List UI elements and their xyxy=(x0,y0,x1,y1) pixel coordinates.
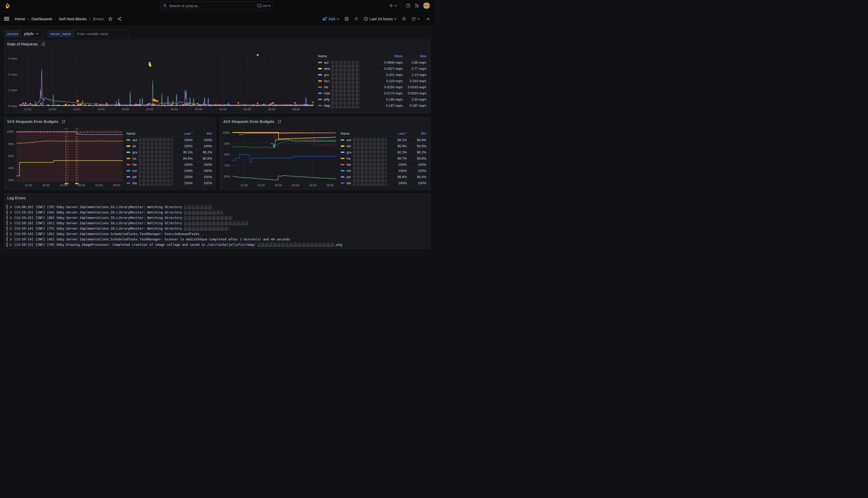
log-row-4[interactable]: [13:59:14] [INF] [75] Emby.Server.Implem… xyxy=(7,226,430,231)
log-row-5[interactable]: [13:59:14] [INF] [45] Emby.Server.Implem… xyxy=(7,231,430,237)
log-row-6[interactable]: [13:59:14] [INF] [45] Emby.Server.Implem… xyxy=(7,237,430,242)
refresh-button[interactable] xyxy=(411,17,420,21)
variable-server_name: server_name xyxy=(47,30,129,38)
legend-header-name[interactable]: Name xyxy=(340,132,383,135)
4xx-error-budgets-chart[interactable]: 60%70%80%90%100%12:0016:0020:0000:0004:0… xyxy=(220,126,339,189)
time-range-picker[interactable]: Last 24 hours xyxy=(364,17,397,21)
svg-text:00:00: 00:00 xyxy=(292,184,299,187)
legend-header-mean[interactable]: Mean xyxy=(372,54,403,58)
log-row-0[interactable]: [14:00:10] [INF] [70] Emby.Server.Implem… xyxy=(7,204,430,210)
expand-chevron-icon[interactable] xyxy=(10,244,12,246)
legend-header-min[interactable]: Min xyxy=(407,132,426,135)
panel-header[interactable]: 5XX Requests Error Budgets xyxy=(4,118,216,126)
series-color-pill xyxy=(340,152,345,153)
external-link-icon[interactable] xyxy=(62,120,65,123)
mega-menu-toggle[interactable] xyxy=(4,17,9,21)
legend-header-name[interactable]: Name xyxy=(318,54,372,58)
series-dark-blue-steps xyxy=(232,155,336,162)
log-text: [14:00:10] [INF] [70] Emby.Server.Implem… xyxy=(14,205,182,209)
add-panel-icon xyxy=(322,17,327,21)
add-label: Add xyxy=(328,17,335,21)
censored-names-overlay xyxy=(353,138,387,186)
external-link-icon[interactable] xyxy=(42,42,45,46)
expand-chevron-icon[interactable] xyxy=(10,238,12,241)
svg-text:00:00: 00:00 xyxy=(195,108,202,111)
log-row-2[interactable]: [13:59:25] [INF] [80] Emby.Server.Implem… xyxy=(7,215,430,220)
series-value-2: 100% xyxy=(192,169,212,173)
rate-of-requests-chart[interactable]: 0 req/s1 req/s2 req/s3 req/s10:0012:0014… xyxy=(4,48,317,113)
log-level-bar xyxy=(7,215,8,220)
template-variables-row: servicejellyfinserver_name xyxy=(0,26,434,38)
series-value-2: 100% xyxy=(192,138,212,142)
5xx-legend: NameLast *Minaut100%100%de100%100%gra95.… xyxy=(125,126,216,189)
expand-chevron-icon[interactable] xyxy=(10,227,12,230)
log-text: [13:59:14] [INF] [45] Emby.Server.Implem… xyxy=(14,232,199,236)
panel-5xx-error-budgets[interactable]: 5XX Requests Error Budgets 20%40%60%80%1… xyxy=(4,117,216,190)
expand-chevron-icon[interactable] xyxy=(10,206,12,208)
expand-chevron-icon[interactable] xyxy=(10,222,12,224)
share-button[interactable] xyxy=(117,17,122,21)
panel-title: 4XX Requests Error Budgets xyxy=(223,119,274,124)
add-panel-button[interactable]: Add xyxy=(322,17,339,21)
svg-text:16:00: 16:00 xyxy=(42,184,50,187)
breadcrumb: Home›Dashboards›Self Host Blocks›Errors xyxy=(15,17,104,21)
log-row-7[interactable]: [13:59:13] [INF] [70] Emby.Drawing.Image… xyxy=(7,242,430,247)
panel-header[interactable]: Rate of Requests xyxy=(4,40,430,48)
breadcrumb-separator: › xyxy=(28,17,29,21)
save-dashboard-button[interactable] xyxy=(345,17,349,21)
breadcrumb-item-self-host-blocks[interactable]: Self Host Blocks xyxy=(59,17,87,21)
rate-of-requests-svg: 0 req/s1 req/s2 req/s3 req/s10:0012:0014… xyxy=(4,48,317,113)
help-button[interactable] xyxy=(406,3,410,8)
external-link-icon[interactable] xyxy=(278,120,281,123)
series-value-2: 99.6% xyxy=(407,157,426,160)
expand-chevron-icon[interactable] xyxy=(10,217,12,219)
new-button[interactable] xyxy=(389,4,397,8)
series-color-pill xyxy=(340,158,345,159)
series-color-pill xyxy=(318,80,322,82)
dashboard-settings-button[interactable] xyxy=(354,16,359,21)
log-row-1[interactable]: [13:59:25] [INF] [44] Emby.Server.Implem… xyxy=(7,210,430,215)
news-icon[interactable] xyxy=(414,3,419,8)
panel-log-errors[interactable]: Log Errors [14:00:10] [INF] [70] Emby.Se… xyxy=(4,194,430,249)
kiosk-mode-button[interactable] xyxy=(427,18,430,20)
variable-input-server_name[interactable] xyxy=(74,30,129,38)
user-avatar[interactable] xyxy=(423,2,430,9)
breadcrumb-item-dashboards[interactable]: Dashboards xyxy=(31,17,52,21)
expand-chevron-icon[interactable] xyxy=(10,211,12,214)
svg-text:08:00: 08:00 xyxy=(113,184,121,187)
series-value-1: 0.0327 req/s xyxy=(372,67,403,70)
series-value-1: 0.201 req/s xyxy=(372,73,403,77)
breadcrumb-item-home[interactable]: Home xyxy=(15,17,25,21)
series-value-2: 100% xyxy=(407,181,426,185)
legend-header-last[interactable]: Last * xyxy=(169,132,192,135)
series-value-2: 80.8% xyxy=(192,157,212,160)
search-input[interactable]: Search or jump to... ctrl+k xyxy=(160,2,274,10)
panel-header[interactable]: 4XX Requests Error Budgets xyxy=(220,118,430,126)
series-color-pill xyxy=(126,152,130,153)
variable-value-dropdown[interactable]: jellyfin xyxy=(21,30,43,38)
series-value-2: 1.13 req/s xyxy=(403,73,426,77)
time-range-label: Last 24 hours xyxy=(369,17,393,21)
legend-header-last[interactable]: Last * xyxy=(383,132,407,135)
expand-chevron-icon[interactable] xyxy=(10,233,12,235)
favorite-star-button[interactable] xyxy=(108,17,112,21)
series-value-1: 0.185 req/s xyxy=(372,97,403,101)
grafana-logo[interactable] xyxy=(4,2,11,9)
svg-text:3 req/s: 3 req/s xyxy=(8,57,17,60)
svg-text:04:00: 04:00 xyxy=(244,108,251,111)
legend-header-min[interactable]: Min xyxy=(192,132,212,135)
censored-names-overlay xyxy=(139,138,173,186)
series-value-2: 2.77 req/s xyxy=(403,67,426,70)
series-value-2: 86.2% xyxy=(407,150,426,154)
panel-header[interactable]: Log Errors xyxy=(4,194,430,202)
svg-text:22:00: 22:00 xyxy=(170,108,178,111)
panel-4xx-error-budgets[interactable]: 4XX Requests Error Budgets 60%70%80%90%1… xyxy=(220,117,430,190)
5xx-error-budgets-chart[interactable]: 20%40%60%80%100%12:0016:0020:0000:0004:0… xyxy=(4,126,125,189)
zoom-out-button[interactable] xyxy=(402,17,406,21)
panel-rate-of-requests[interactable]: Rate of Requests 0 req/s1 req/s2 req/s3 … xyxy=(4,40,430,114)
log-text: [13:59:13] [INF] [70] Emby.Drawing.Image… xyxy=(14,243,255,247)
legend-header-max[interactable]: Max xyxy=(403,54,426,58)
legend-header-name[interactable]: Name xyxy=(126,132,169,135)
log-row-3[interactable]: [13:59:16] [INF] [61] Emby.Server.Implem… xyxy=(7,220,430,226)
series-value-2: 100% xyxy=(192,175,212,179)
